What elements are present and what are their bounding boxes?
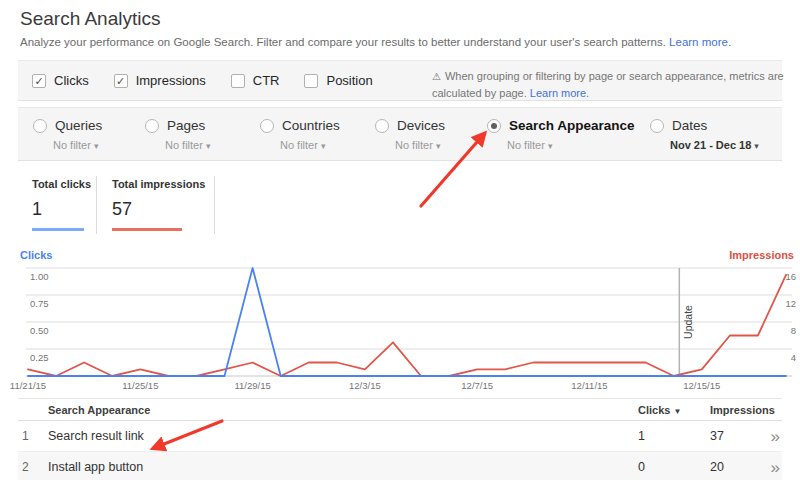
dimension-pages: PagesNo filter▾ [145, 118, 210, 151]
row-rank: 1 [18, 429, 48, 443]
radio-icon [33, 119, 47, 133]
dimension-label: Countries [282, 118, 340, 133]
subtitle-text: Analyze your performance on Google Searc… [20, 36, 666, 48]
dimension-queries: QueriesNo filter▾ [33, 118, 102, 151]
x-axis-tick: 12/7/15 [461, 380, 493, 391]
total-underline [112, 228, 182, 231]
radio-queries[interactable]: Queries [33, 118, 102, 133]
right-axis-tick: 8 [791, 325, 796, 336]
total-underline [32, 228, 84, 231]
radio-icon [650, 119, 664, 133]
checkbox-clicks[interactable]: ✓Clicks [32, 73, 89, 88]
caret-down-icon: ▾ [321, 141, 326, 151]
filter-dates[interactable]: Nov 21 - Dec 18▾ [670, 139, 759, 151]
left-axis-tick: 0.75 [30, 298, 49, 309]
row-name: Search result link [48, 429, 638, 443]
checkbox-label: CTR [253, 73, 280, 88]
left-axis-tick: 0.50 [30, 325, 49, 336]
caret-down-icon: ▾ [754, 141, 759, 151]
checkbox-label: Impressions [136, 73, 206, 88]
dimension-dates: DatesNov 21 - Dec 18▾ [650, 118, 759, 151]
x-axis-tick: 12/3/15 [349, 380, 381, 391]
dimension-devices: DevicesNo filter▾ [375, 118, 445, 151]
left-axis-tick: 1.00 [30, 271, 49, 282]
warning-text: When grouping or filtering by page or se… [432, 70, 784, 99]
right-axis-tick: 12 [785, 298, 796, 309]
x-axis-tick: 12/15/15 [683, 380, 720, 391]
expand-cell: » [768, 428, 782, 445]
total-card-total-impressions: Total impressions57 [97, 176, 215, 234]
x-axis-tick: 11/29/15 [234, 380, 270, 391]
total-label: Total clicks [32, 178, 96, 190]
checkbox-impressions[interactable]: ✓Impressions [114, 73, 206, 88]
impressions-column-header[interactable]: Impressions [710, 404, 768, 416]
checkbox-checked-icon: ✓ [32, 74, 46, 88]
radio-countries[interactable]: Countries [260, 118, 340, 133]
checkbox-unchecked-icon [231, 74, 245, 88]
totals-row: Total clicks1Total impressions57 [20, 176, 215, 234]
total-card-total-clicks: Total clicks1 [20, 176, 97, 234]
row-clicks: 0 [638, 460, 710, 474]
checkbox-ctr[interactable]: CTR [231, 73, 280, 88]
filter-pages[interactable]: No filter▾ [165, 139, 210, 151]
radio-icon [487, 119, 501, 133]
dimension-label: Dates [672, 118, 707, 133]
dimension-countries: CountriesNo filter▾ [260, 118, 340, 151]
filter-countries[interactable]: No filter▾ [280, 139, 340, 151]
checkbox-label: Position [326, 73, 372, 88]
line-chart: 1.00160.75120.5080.254Update11/21/1511/2… [0, 262, 800, 392]
caret-down-icon: ▾ [548, 141, 553, 151]
checkbox-checked-icon: ✓ [114, 74, 128, 88]
radio-devices[interactable]: Devices [375, 118, 445, 133]
dimension-label: Search Appearance [509, 118, 635, 133]
clicks-axis-label: Clicks [20, 249, 52, 261]
search-appearance-table: Search AppearanceClicks▼Impressions1Sear… [18, 398, 782, 480]
left-axis-tick: 0.25 [30, 352, 49, 363]
radio-search-appearance[interactable]: Search Appearance [487, 118, 635, 133]
grouping-warning: ⚠When grouping or filtering by page or s… [432, 68, 790, 101]
radio-pages[interactable]: Pages [145, 118, 210, 133]
checkbox-label: Clicks [54, 73, 89, 88]
x-axis-tick: 12/11/15 [571, 380, 607, 391]
dimension-search-appearance: Search AppearanceNo filter▾ [487, 118, 635, 151]
impressions-axis-label: Impressions [729, 249, 794, 261]
page-subtitle: Analyze your performance on Google Searc… [20, 36, 731, 48]
sort-desc-icon: ▼ [673, 407, 681, 416]
metrics-toolbar: ✓Clicks✓ImpressionsCTRPosition ⚠When gro… [18, 60, 782, 101]
table-header-row: Search AppearanceClicks▼Impressions [18, 399, 782, 421]
clicks-column-header[interactable]: Clicks▼ [638, 404, 710, 416]
right-axis-tick: 4 [791, 352, 796, 363]
search-appearance-column-header[interactable]: Search Appearance [48, 404, 638, 416]
filter-queries[interactable]: No filter▾ [53, 139, 102, 151]
row-name: Install app button [48, 460, 638, 474]
caret-down-icon: ▾ [436, 141, 441, 151]
page-title: Search Analytics [20, 8, 160, 30]
impressions-line [28, 275, 786, 376]
x-axis-tick: 11/21/15 [10, 380, 46, 391]
x-axis-tick: 11/25/15 [122, 380, 158, 391]
table-row-install-app-button: 2Install app button020» [18, 452, 782, 480]
row-rank: 2 [18, 460, 48, 474]
dimension-label: Queries [55, 118, 102, 133]
expand-row-button[interactable]: » [771, 428, 780, 445]
dimension-label: Pages [167, 118, 205, 133]
filter-search-appearance[interactable]: No filter▾ [507, 139, 635, 151]
checkbox-position[interactable]: Position [304, 73, 372, 88]
caret-down-icon: ▾ [94, 141, 99, 151]
table-row-search-result-link: 1Search result link137» [18, 421, 782, 452]
warning-learn-more-link[interactable]: Learn more. [530, 87, 589, 99]
filter-devices[interactable]: No filter▾ [395, 139, 445, 151]
total-value: 57 [112, 199, 214, 220]
radio-icon [145, 119, 159, 133]
dimension-label: Devices [397, 118, 445, 133]
learn-more-link[interactable]: Learn more. [669, 36, 731, 48]
warning-icon: ⚠ [432, 71, 441, 82]
radio-dates[interactable]: Dates [650, 118, 759, 133]
dimension-toolbar: QueriesNo filter▾PagesNo filter▾Countrie… [18, 107, 782, 161]
expand-cell: » [768, 459, 782, 476]
total-label: Total impressions [112, 178, 214, 190]
right-axis-tick: 16 [785, 271, 796, 282]
expand-row-button[interactable]: » [771, 459, 780, 476]
row-clicks: 1 [638, 429, 710, 443]
total-value: 1 [32, 199, 96, 220]
